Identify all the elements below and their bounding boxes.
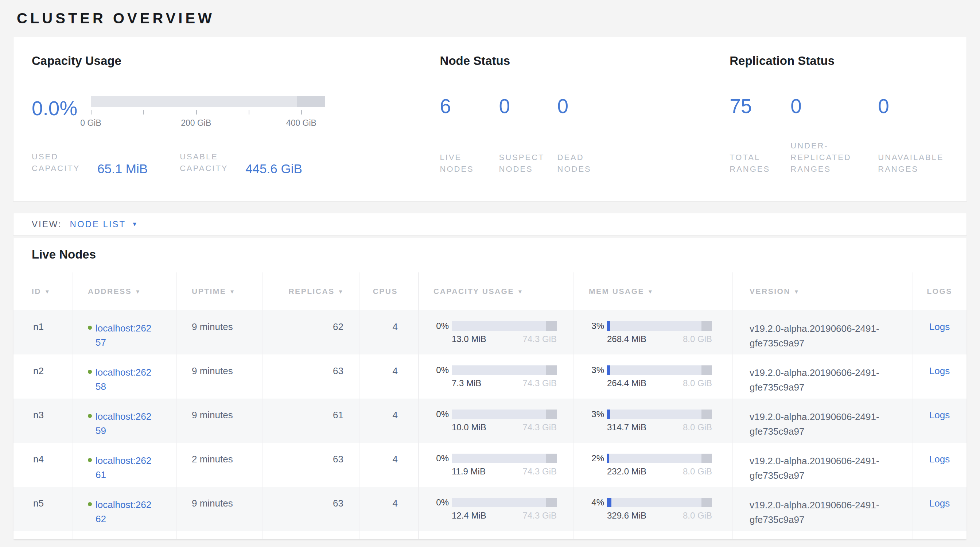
sort-arrow-icon: ▼ [338, 288, 344, 295]
chevron-down-icon: ▼ [132, 221, 137, 227]
cpus-cell: 4 [359, 355, 418, 399]
capacity-usage-cell: 0% 10.0 MiB 74.3 GiB [418, 399, 573, 443]
mem-usage-cell: 2% 232.0 MiB 8.0 GiB [573, 443, 732, 487]
capacity-total-value: 74.3 GiB [523, 378, 557, 388]
column-header-uptime[interactable]: UPTIME▼ [177, 272, 262, 310]
capacity-total-value: 74.3 GiB [523, 510, 557, 521]
capacity-bar-reserved-segment [297, 96, 325, 107]
capacity-used-value: 11.9 MiB [452, 466, 485, 477]
capacity-used-value: 7.3 MiB [452, 378, 481, 388]
node-live-status-icon [88, 458, 92, 462]
dead-nodes-label: DEAD NODES [557, 152, 608, 175]
replicas-cell: 63 [262, 443, 359, 487]
logs-cell: Logs [913, 443, 966, 487]
table-row-partial [13, 531, 967, 539]
cpus-cell: 4 [359, 399, 418, 443]
logs-cell: Logs [913, 355, 966, 399]
column-header-id[interactable]: ID▼ [13, 272, 73, 310]
sort-arrow-icon: ▼ [135, 288, 141, 295]
logs-link[interactable]: Logs [929, 366, 950, 376]
mem-used-fill [607, 498, 611, 507]
logs-link[interactable]: Logs [929, 498, 950, 509]
column-header-replicas[interactable]: REPLICAS▼ [262, 272, 359, 310]
logs-cell: Logs [913, 487, 966, 531]
mem-used-value: 329.6 MiB [607, 510, 646, 521]
suspect-nodes-label: SUSPECT NODES [499, 152, 550, 175]
node-id-cell: n4 [13, 443, 73, 487]
logs-link[interactable]: Logs [929, 321, 950, 332]
mem-usage-cell: 4% 329.6 MiB 8.0 GiB [573, 487, 732, 531]
under-replicated-ranges-stat: 0 UNDER-REPLICATED RANGES [791, 96, 878, 175]
used-capacity-stat: USED CAPACITY 65.1 MiB [32, 151, 148, 174]
column-header-version[interactable]: VERSION▼ [732, 272, 913, 310]
capacity-percent-label: 0% [433, 366, 449, 375]
mem-reserved-segment [702, 410, 712, 419]
under-replicated-label: UNDER-REPLICATED RANGES [791, 140, 860, 175]
capacity-usage-mini-bar [452, 321, 557, 331]
mem-usage-cell: 3% 314.7 MiB 8.0 GiB [573, 399, 732, 443]
logs-cell: Logs [913, 399, 966, 443]
view-selector-dropdown[interactable]: NODE LIST ▼ [70, 219, 138, 229]
capacity-usage-bar [91, 96, 325, 107]
version-cell: v19.2.0-alpha.20190606-2491-gfe735c9a97 [732, 399, 913, 443]
node-live-status-icon [88, 370, 92, 374]
table-row: n1 localhost:26257 9 minutes 62 4 0% 13.… [13, 310, 967, 355]
mem-usage-mini-bar [607, 410, 712, 419]
node-status-title: Node Status [440, 54, 730, 68]
used-capacity-label: USED CAPACITY [32, 151, 92, 174]
replication-status-title: Replication Status [730, 54, 967, 68]
logs-link[interactable]: Logs [929, 454, 950, 464]
capacity-usage-cell: 0% 11.9 MiB 74.3 GiB [418, 443, 573, 487]
mem-total-value: 8.0 GiB [683, 466, 712, 477]
mem-used-fill [607, 410, 610, 419]
node-id-cell: n1 [13, 310, 73, 355]
version-cell: v19.2.0-alpha.20190606-2491-gfe735c9a97 [732, 355, 913, 399]
cpus-cell: 4 [359, 487, 418, 531]
column-header-mem-usage[interactable]: MEM USAGE▼ [573, 272, 732, 310]
mem-reserved-segment [702, 454, 712, 463]
node-address-cell: localhost:26258 [73, 355, 177, 399]
column-header-address[interactable]: ADDRESS▼ [73, 272, 177, 310]
node-live-status-icon [88, 414, 92, 418]
dead-nodes-count: 0 [557, 96, 608, 116]
capacity-usage-mini-bar [452, 410, 557, 419]
version-cell: v19.2.0-alpha.20190606-2491-gfe735c9a97 [732, 443, 913, 487]
mem-reserved-segment [702, 498, 712, 507]
table-row: n3 localhost:26259 9 minutes 61 4 0% 10.… [13, 399, 967, 443]
capacity-percent-label: 0% [433, 454, 449, 463]
node-address-link[interactable]: localhost:26262 [95, 498, 154, 526]
node-address-link[interactable]: localhost:26261 [95, 454, 154, 482]
mem-usage-cell: 3% 268.4 MiB 8.0 GiB [573, 310, 732, 355]
capacity-total-value: 74.3 GiB [523, 334, 557, 344]
mem-total-value: 8.0 GiB [683, 378, 712, 388]
node-address-link[interactable]: localhost:26258 [95, 366, 154, 394]
table-row: n2 localhost:26258 9 minutes 63 4 0% 7.3… [13, 355, 967, 399]
mem-percent-label: 4% [589, 498, 604, 507]
uptime-cell: 9 minutes [177, 487, 262, 531]
capacity-axis: 0 GiB 200 GiB 400 GiB [91, 107, 325, 130]
column-header-cpus: CPUS [359, 272, 418, 310]
capacity-used-value: 12.4 MiB [452, 510, 486, 521]
capacity-reserved-segment [546, 410, 557, 419]
sort-arrow-icon: ▼ [45, 288, 51, 295]
column-header-capacity-usage[interactable]: CAPACITY USAGE▼ [418, 272, 573, 310]
capacity-usage-cell: 0% 12.4 MiB 74.3 GiB [418, 487, 573, 531]
node-id-cell: n3 [13, 399, 73, 443]
usable-capacity-stat: USABLE CAPACITY 445.6 GiB [180, 151, 302, 174]
replicas-cell: 63 [262, 355, 359, 399]
capacity-total-value: 74.3 GiB [523, 422, 557, 433]
version-cell: v19.2.0-alpha.20190606-2491-gfe735c9a97 [732, 487, 913, 531]
node-address-link[interactable]: localhost:26257 [95, 321, 154, 350]
logs-link[interactable]: Logs [929, 410, 950, 420]
uptime-cell: 9 minutes [177, 310, 262, 355]
node-address-cell: localhost:26257 [73, 310, 177, 355]
replicas-cell: 61 [262, 399, 359, 443]
uptime-cell: 2 minutes [177, 443, 262, 487]
capacity-percent-label: 0% [433, 410, 449, 419]
replicas-cell: 62 [262, 310, 359, 355]
mem-used-fill [607, 366, 610, 375]
node-address-link[interactable]: localhost:26259 [95, 410, 154, 438]
node-live-status-icon [88, 326, 92, 330]
node-id-cell: n5 [13, 487, 73, 531]
capacity-usage-title: Capacity Usage [32, 54, 440, 68]
